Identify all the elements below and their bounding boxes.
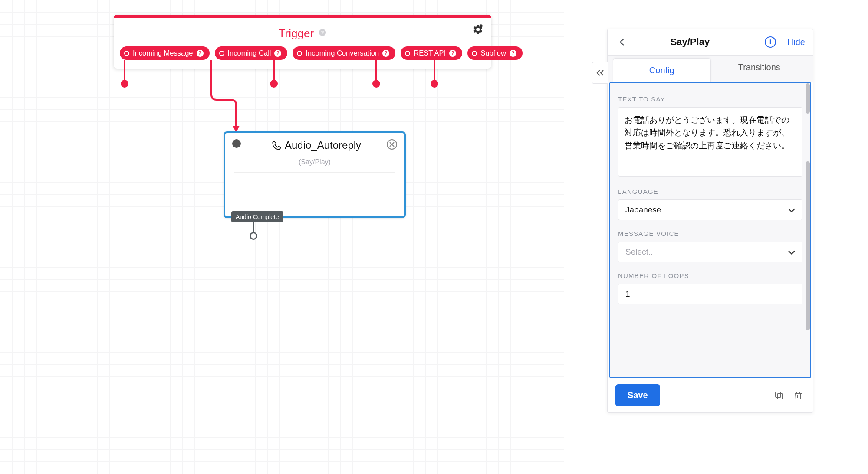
label-language: LANGUAGE <box>618 188 802 195</box>
help-icon[interactable]: ? <box>449 50 456 57</box>
node-title: Audio_Autoreply <box>271 139 361 151</box>
label-text-to-say: TEXT TO SAY <box>618 95 802 103</box>
svg-point-2 <box>480 24 483 27</box>
config-scroll-area[interactable]: TEXT TO SAY LANGUAGE Japanese MESSAGE VO… <box>609 82 811 378</box>
pill-label: REST API <box>414 49 446 57</box>
scrollbar-thumb[interactable] <box>806 83 810 114</box>
svg-rect-4 <box>777 394 783 399</box>
panel-footer: Save <box>608 378 813 412</box>
node-inlet-dot[interactable] <box>232 139 241 148</box>
gear-icon[interactable] <box>471 23 483 36</box>
voice-placeholder: Select... <box>625 247 655 257</box>
help-icon[interactable]: ? <box>197 50 204 57</box>
help-icon[interactable]: ? <box>274 50 281 57</box>
outlet-dot-icon <box>297 51 302 56</box>
svg-rect-5 <box>776 392 781 397</box>
help-icon[interactable]: ? <box>382 50 389 57</box>
flow-canvas[interactable]: Trigger ? Incoming Message ? Incoming Ca… <box>0 0 564 474</box>
outlet-dot-icon <box>405 51 410 56</box>
outlet-dot-icon <box>472 51 477 56</box>
message-voice-select[interactable]: Select... <box>618 242 802 262</box>
panel-title: Say/Play <box>621 36 760 48</box>
scrollbar-thumb[interactable] <box>806 161 810 330</box>
tab-config[interactable]: Config <box>613 58 711 82</box>
tab-transitions[interactable]: Transitions <box>711 56 808 82</box>
outlet-dot-icon <box>219 51 224 56</box>
help-icon[interactable]: ? <box>510 50 516 57</box>
label-message-voice: MESSAGE VOICE <box>618 230 802 237</box>
trash-icon[interactable] <box>791 389 805 402</box>
hide-button[interactable]: Hide <box>787 37 805 47</box>
flow-connector[interactable] <box>207 60 251 138</box>
trigger-event-incoming-call[interactable]: Incoming Call ? <box>215 46 288 60</box>
language-value: Japanese <box>625 205 661 215</box>
trigger-event-incoming-conversation[interactable]: Incoming Conversation ? <box>293 46 395 60</box>
trigger-event-incoming-message[interactable]: Incoming Message ? <box>120 46 210 60</box>
phone-icon <box>271 140 281 150</box>
info-icon[interactable]: i <box>765 36 776 48</box>
chevron-down-icon <box>788 205 795 215</box>
trigger-header: Trigger ? <box>114 18 491 46</box>
trigger-title: Trigger <box>279 27 314 40</box>
help-icon[interactable]: ? <box>319 26 326 34</box>
number-of-loops-input[interactable] <box>618 284 802 304</box>
language-select[interactable]: Japanese <box>618 199 802 220</box>
pill-label: Incoming Conversation <box>306 49 379 57</box>
text-to-say-input[interactable] <box>618 107 802 177</box>
close-icon[interactable] <box>387 139 397 150</box>
node-subtype: (Say/Play) <box>234 155 395 173</box>
node-outlet-audio-complete[interactable]: Audio Complete <box>231 211 283 222</box>
node-outlet-endpoint[interactable] <box>250 232 257 240</box>
trigger-event-subflow[interactable]: Subflow ? <box>467 46 523 60</box>
save-button[interactable]: Save <box>615 384 660 406</box>
copy-icon[interactable] <box>772 389 786 402</box>
svg-text:?: ? <box>321 30 324 35</box>
panel-tabs: Config Transitions <box>608 55 813 82</box>
pill-label: Incoming Message <box>133 49 193 57</box>
pill-label: Subflow <box>480 49 506 57</box>
panel-header: Say/Play i Hide <box>608 29 813 55</box>
say-play-node[interactable]: Audio_Autoreply (Say/Play) Audio Complet… <box>224 131 406 218</box>
config-panel: Say/Play i Hide Config Transitions TEXT … <box>607 29 813 413</box>
outlet-dot-icon <box>124 51 129 56</box>
panel-collapse-icon[interactable] <box>592 62 608 84</box>
pill-label: Incoming Call <box>228 49 271 57</box>
trigger-event-rest-api[interactable]: REST API ? <box>401 46 462 60</box>
chevron-down-icon <box>788 247 795 257</box>
label-number-of-loops: NUMBER OF LOOPS <box>618 272 802 279</box>
